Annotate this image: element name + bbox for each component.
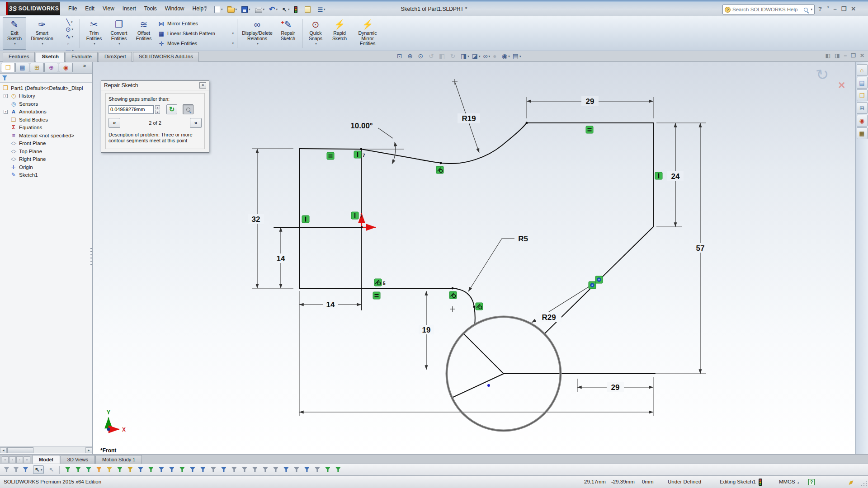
minimize-button[interactable]: – [833,5,836,12]
dimension-height-lower[interactable]: 19 [422,326,431,334]
circle-button[interactable]: ⊙▾ [61,26,77,33]
dynamic-mirror-entities-button[interactable]: ⚡ Dynamic Mirror Entities [353,17,382,50]
sketch-endpoint[interactable] [360,148,363,150]
stepper-down-icon[interactable]: ▼ [155,110,160,114]
clear-all-filters-icon[interactable] [12,466,20,474]
filter-center-marks-icon[interactable] [168,466,175,474]
relation-vertical-icon[interactable]: 7 [351,212,363,219]
search-input[interactable] [732,7,802,12]
tree-item-part1[interactable]: ❒ Part1 (Default<<Default>_Displ [0,84,92,92]
filter-datum-targets-icon[interactable] [272,466,279,474]
relation-vertical-icon[interactable] [655,172,662,179]
move-entities-button[interactable]: ✛Move Entities▾ [158,39,234,48]
dimension-radius-top[interactable]: R19 [462,114,476,123]
featuremanager-tab[interactable]: ❒ [1,63,15,72]
tab-features[interactable]: Features [3,52,35,62]
panel-tabs-overflow-button[interactable]: » [83,63,91,72]
tree-filter-row[interactable] [0,74,92,83]
zoom-in-out-icon[interactable]: ⊙▾ [417,52,427,61]
linear-sketch-pattern-button[interactable]: ▦Linear Sketch Pattern▾ [158,29,234,38]
rapid-sketch-button[interactable]: ⚡ Rapid Sketch [328,17,351,50]
rotate-view-icon[interactable]: ↻▾ [449,52,459,61]
confirm-sketch-corner-icon[interactable]: ↻ [815,65,830,84]
relation-equal-icon[interactable] [586,126,593,133]
dimension-lines[interactable] [257,82,700,412]
display-style-icon[interactable]: ◪▾ [471,52,481,61]
display-delete-relations-button[interactable]: ∞ Display/Delete Relations ▾ [240,17,275,50]
dimension-height-left[interactable]: 32 [252,215,260,224]
section-view-icon[interactable]: ◧▾ [438,52,448,61]
filter-axes-icon[interactable] [116,466,123,474]
relation-tangent-icon[interactable] [436,166,443,174]
tab-solidworks-add-ins[interactable]: SOLIDWORKS Add-Ins [133,52,199,62]
rewind-tab-button[interactable]: « [2,456,9,463]
convert-entities-button[interactable]: ❐ Convert Entities ▾ [107,17,131,50]
filter-dowel-symbols-icon[interactable] [313,466,321,474]
quick-tips-button[interactable]: ? [808,479,815,485]
filter-routing-points-icon[interactable] [303,466,311,474]
tree-item[interactable]: + ✛ Origin [0,163,92,171]
dialog-title-bar[interactable]: Repair Sketch ✕ [101,81,209,90]
tree-item[interactable]: + A Annotations [0,108,92,116]
filter-surface-finish-symbols-icon[interactable] [261,466,269,474]
tree-item[interactable]: + ✎ Sketch1 [0,171,92,179]
offset-entities-button[interactable]: ≋ Offset Entities [132,17,156,50]
filter-balloons-icon[interactable] [220,466,227,474]
dimension-radius-fillet[interactable]: R5 [518,235,528,243]
select-tool-button[interactable]: ↖▾ [33,465,44,474]
tree-item[interactable]: + ◷ History [0,92,92,100]
previous-view-icon[interactable]: ↺▾ [428,52,437,61]
relation-equal-icon[interactable] [327,152,334,160]
dialog-close-button[interactable]: ✕ [199,82,206,89]
exit-sketch-caret-icon[interactable]: ▾ [14,42,16,46]
tab-3d-views[interactable]: 3D Views [61,455,95,464]
filter-planes-icon[interactable] [126,466,134,474]
filter-dimensions-icon[interactable] [189,466,196,474]
last-tab-button[interactable]: » [24,456,30,463]
repair-sketch-dialog[interactable]: Repair Sketch ✕ Showing gaps smaller tha… [101,80,209,153]
maximize-button[interactable]: ❐ [841,5,847,12]
view-orientation-icon[interactable]: ◨▾ [460,52,470,61]
filter-annotations-icon[interactable] [199,466,207,474]
tile-left-pane-button[interactable]: ◧ [826,52,830,59]
relation-tangent-icon[interactable] [449,291,457,299]
dimension-height-inner[interactable]: 14 [277,254,285,263]
tree-horizontal-scrollbar[interactable]: ◄ ► [0,446,92,453]
search-icon[interactable] [804,8,808,12]
filter-gtol-icon[interactable] [230,466,238,474]
edit-appearance-icon[interactable]: ◉▾ [501,52,511,61]
lasso-selection-button[interactable]: ▫▾ [61,40,77,47]
hide-show-items-icon[interactable]: ∞▾ [482,52,491,61]
sketch-spline[interactable] [361,123,527,164]
gap-size-input[interactable] [108,105,154,114]
expand-toggle-icon[interactable]: + [4,94,8,98]
apply-scene-icon[interactable]: ▤▾ [512,52,522,61]
dimension-height-right-full[interactable]: 57 [696,244,705,253]
smart-dimension-caret-icon[interactable]: ▾ [42,42,43,46]
dimension-radius-circle[interactable]: R29 [542,313,556,322]
tab-sketch[interactable]: Sketch [36,52,65,62]
tree-item[interactable]: + Σ Equations [0,124,92,132]
select-all-filters-icon[interactable] [22,466,29,474]
filter-notes-icon[interactable] [209,466,217,474]
mirror-entities-button[interactable]: ⋈Mirror Entities▾ [158,19,234,28]
document-close-button[interactable]: ✕ [860,52,864,59]
dimension-height-right-upper[interactable]: 24 [671,172,680,181]
expand-toggle-icon[interactable]: + [4,110,8,114]
tags-icon[interactable]: ⧫ [848,479,855,486]
spline-button[interactable]: ∿▾ [61,33,77,40]
tree-item[interactable]: + ❏ Solid Bodies [0,116,92,124]
tile-right-pane-button[interactable]: ◨ [835,52,840,59]
previous-tab-button[interactable]: ‹ [9,456,16,463]
filter-centerline-icon[interactable] [178,466,186,474]
scrollbar-thumb[interactable] [7,447,33,453]
search-options-caret-icon[interactable]: ▾ [811,8,812,11]
panel-splitter-handle[interactable] [90,246,93,265]
sketch-radius-line[interactable] [452,374,504,398]
document-minimize-button[interactable]: – [844,52,847,59]
help-caret-icon[interactable]: ▾ [827,5,829,12]
sketch-line-button[interactable]: ╲▾ [61,19,77,26]
sketch-free-point[interactable] [487,384,490,387]
previous-problem-button[interactable]: « [108,118,120,128]
dimension-angle[interactable]: 10.00° [350,122,373,130]
